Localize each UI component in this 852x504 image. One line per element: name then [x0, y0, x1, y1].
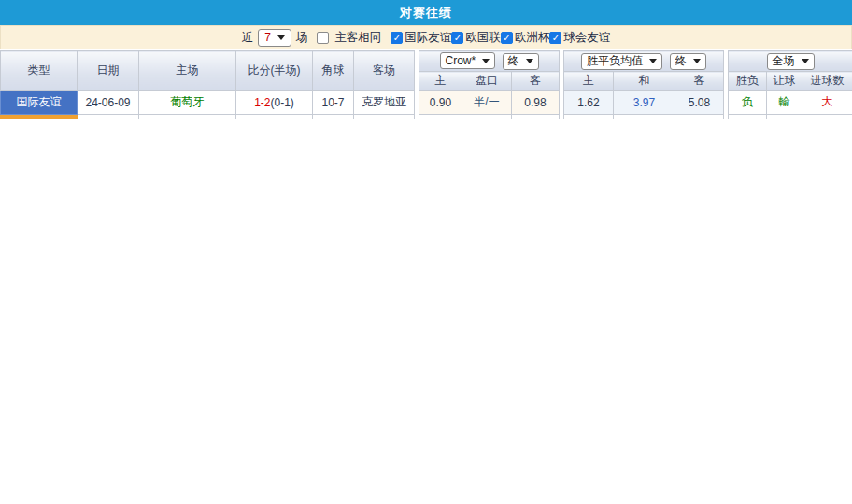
- chevron-down-icon: [693, 59, 701, 63]
- chevron-down-icon: [526, 59, 533, 63]
- chevron-down-icon: [482, 59, 490, 63]
- partial-cell: [236, 115, 313, 119]
- ah-home-odds: 0.90: [419, 91, 462, 115]
- partial-cell: [729, 115, 767, 119]
- handicap-time-select[interactable]: 终: [503, 53, 539, 70]
- col-header-odds-away: 客: [675, 72, 724, 91]
- next-match-type-cell: [1, 115, 78, 119]
- filter-bar: 近 7 场 主客相同 ✓ 国际友谊 ✓ 欧国联 ✓ 欧洲杯 ✓ 球会友谊: [0, 25, 852, 49]
- odds1x2-time-select[interactable]: 终: [670, 53, 706, 70]
- handicap-result-value: 輸: [767, 91, 802, 115]
- odds1x2-group-header: 胜平负均值 终: [564, 51, 724, 72]
- col-header-odds-home: 主: [564, 72, 614, 91]
- table-row-partial: [1, 115, 852, 119]
- fulltime-select[interactable]: 全场: [767, 53, 815, 70]
- partial-cell: [614, 115, 675, 119]
- ah-away-odds: 0.98: [512, 91, 560, 115]
- partial-cell: [564, 115, 614, 119]
- col-header-ah-home: 主: [419, 72, 462, 91]
- score-cell: 1-2(0-1): [236, 91, 313, 115]
- partial-cell: [139, 115, 236, 119]
- odds-draw: 3.97: [614, 91, 675, 115]
- goals-value: 大: [802, 91, 852, 115]
- col-header-score: 比分(半场): [236, 51, 313, 91]
- match-date: 24-06-09: [78, 91, 139, 115]
- partial-cell: [802, 115, 852, 119]
- partial-cell: [675, 115, 724, 119]
- col-header-type: 类型: [1, 51, 78, 91]
- partial-cell: [78, 115, 139, 119]
- handicap-bookmaker-value: Crow*: [446, 54, 476, 67]
- partial-cell: [767, 115, 802, 119]
- chevron-down-icon: [802, 59, 809, 63]
- title-bar: 对赛往绩: [0, 0, 852, 25]
- partial-cell: [313, 115, 354, 119]
- handicap-group-header: Crow* 终: [419, 51, 560, 72]
- checkbox-label-nations-league[interactable]: 欧国联: [465, 30, 501, 46]
- handicap-time-value: 终: [508, 53, 519, 69]
- odds1x2-time-value: 终: [675, 53, 687, 69]
- away-team: 克罗地亚: [354, 91, 415, 115]
- partial-cell: [462, 115, 512, 119]
- fulltime-score: 1-2: [254, 96, 270, 109]
- fulltime-select-value: 全场: [773, 53, 795, 69]
- col-header-odds-draw: 和: [614, 72, 675, 91]
- home-team: 葡萄牙: [139, 91, 236, 115]
- partial-cell: [419, 115, 462, 119]
- checkbox-label-club-friendly[interactable]: 球会友谊: [563, 30, 610, 46]
- page-title: 对赛往绩: [400, 5, 452, 21]
- checkbox-international-friendly[interactable]: ✓: [390, 32, 403, 44]
- checkbox-same-home-away[interactable]: [317, 32, 329, 44]
- handicap-bookmaker-select[interactable]: Crow*: [440, 52, 496, 69]
- checkbox-euro-cup[interactable]: ✓: [501, 32, 513, 44]
- match-type-cell[interactable]: 国际友谊: [1, 91, 78, 115]
- odds-away: 5.08: [675, 91, 724, 115]
- corners-value: 10-7: [313, 91, 354, 115]
- match-count-value: 7: [264, 31, 271, 44]
- ah-line: 半/一: [462, 91, 512, 115]
- result-group-header: 全场: [729, 51, 852, 72]
- col-header-ah-away: 客: [512, 72, 560, 91]
- checkbox-label-international-friendly[interactable]: 国际友谊: [405, 30, 451, 46]
- matches-unit-label: 场: [296, 30, 308, 46]
- checkbox-label-same-home-away[interactable]: 主客相同: [334, 30, 381, 46]
- checkbox-club-friendly[interactable]: ✓: [549, 32, 561, 44]
- col-header-ah-line: 盘口: [462, 72, 512, 91]
- col-header-home: 主场: [139, 51, 236, 91]
- odds1x2-source-select[interactable]: 胜平负均值: [581, 53, 662, 70]
- checkbox-label-euro-cup[interactable]: 欧洲杯: [515, 30, 550, 46]
- partial-cell: [512, 115, 560, 119]
- checkbox-nations-league[interactable]: ✓: [451, 32, 463, 44]
- col-header-away: 客场: [354, 51, 415, 91]
- col-header-date: 日期: [78, 51, 139, 91]
- result-value: 负: [729, 91, 767, 115]
- partial-cell: [354, 115, 415, 119]
- col-header-result: 胜负: [729, 72, 767, 91]
- match-count-select[interactable]: 7: [258, 29, 291, 47]
- chevron-down-icon: [649, 59, 657, 63]
- table-row: 国际友谊 24-06-09 葡萄牙 1-2(0-1) 10-7 克罗地亚 0.9…: [1, 91, 852, 115]
- odds-home: 1.62: [564, 91, 614, 115]
- h2h-table: 类型 日期 主场 比分(半场) 角球 客场 Crow* 终 胜平负均值 终: [0, 50, 852, 119]
- col-header-goals: 进球数: [802, 72, 852, 91]
- chevron-down-icon: [277, 35, 285, 40]
- near-label: 近: [242, 30, 254, 46]
- col-header-corners: 角球: [313, 51, 354, 91]
- h2h-table-container: 类型 日期 主场 比分(半场) 角球 客场 Crow* 终 胜平负均值 终: [0, 50, 852, 119]
- col-header-handicap-result: 让球: [767, 72, 802, 91]
- halftime-score: (0-1): [271, 96, 294, 109]
- odds1x2-source-value: 胜平负均值: [587, 53, 643, 69]
